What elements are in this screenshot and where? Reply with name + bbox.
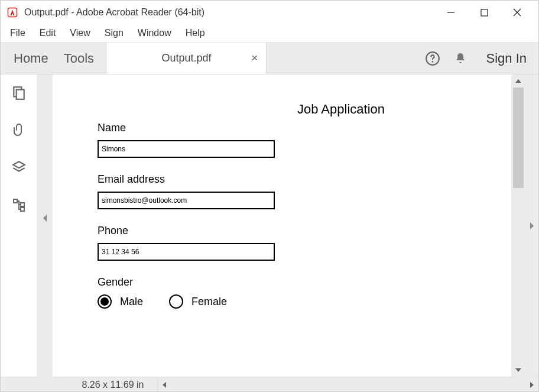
bell-icon[interactable]	[453, 51, 467, 66]
page-dimensions: 8.26 x 11.69 in	[69, 377, 157, 392]
thumbnails-icon[interactable]	[11, 85, 27, 103]
window-title: Output.pdf - Adobe Acrobat Reader (64-bi…	[24, 7, 204, 18]
email-input[interactable]	[98, 192, 275, 209]
tab-tools[interactable]: Tools	[64, 51, 94, 66]
gender-label: Gender	[98, 276, 478, 289]
hscroll-right-icon[interactable]	[525, 377, 538, 392]
menu-window[interactable]: Window	[133, 27, 176, 40]
svg-rect-10	[21, 203, 24, 206]
collapse-left-handle[interactable]	[37, 74, 53, 361]
doc-title: Job Application	[53, 102, 511, 117]
left-tool-rail	[1, 74, 37, 377]
close-tab-icon[interactable]: ×	[252, 52, 258, 64]
window-controls	[434, 1, 534, 24]
menu-sign[interactable]: Sign	[100, 27, 128, 40]
tab-document[interactable]: Output.pdf ×	[107, 43, 267, 74]
model-tree-icon[interactable]	[12, 197, 26, 214]
tab-document-label: Output.pdf	[162, 52, 212, 64]
svg-rect-9	[14, 199, 17, 203]
collapse-right-handle[interactable]	[525, 74, 538, 377]
maximize-button[interactable]	[467, 1, 501, 24]
svg-rect-8	[16, 90, 24, 99]
phone-label: Phone	[98, 225, 478, 237]
scroll-up-icon[interactable]	[511, 74, 525, 88]
status-bar: 8.26 x 11.69 in	[1, 377, 538, 392]
vertical-scrollbar[interactable]	[511, 74, 525, 377]
svg-rect-2	[481, 9, 488, 16]
menu-view[interactable]: View	[65, 27, 95, 40]
phone-input[interactable]	[98, 243, 275, 261]
sign-in-button[interactable]: Sign In	[486, 51, 527, 66]
menu-file[interactable]: File	[5, 27, 30, 40]
menu-bar: File Edit View Sign Window Help	[1, 24, 538, 42]
minimize-button[interactable]	[434, 1, 467, 24]
main-area: Job Application Name Email address Phone…	[1, 74, 538, 377]
radio-female[interactable]	[169, 294, 183, 309]
app-icon	[7, 7, 18, 18]
radio-male[interactable]	[98, 294, 112, 309]
radio-male-label: Male	[120, 296, 143, 308]
svg-rect-11	[21, 208, 24, 211]
close-button[interactable]	[501, 1, 534, 24]
horizontal-scrollbar[interactable]	[157, 377, 538, 392]
name-label: Name	[98, 122, 478, 134]
scroll-thumb[interactable]	[513, 88, 524, 188]
radio-female-label: Female	[191, 296, 227, 308]
menu-help[interactable]: Help	[181, 27, 210, 40]
pdf-page: Job Application Name Email address Phone…	[53, 74, 511, 377]
scroll-down-icon[interactable]	[511, 364, 525, 377]
tab-home[interactable]: Home	[14, 51, 48, 66]
email-label: Email address	[98, 173, 478, 186]
tab-strip: Home Tools Output.pdf × Sign In	[1, 42, 538, 74]
attachment-icon[interactable]	[12, 123, 26, 140]
hscroll-left-icon[interactable]	[158, 377, 171, 392]
help-icon[interactable]	[425, 51, 440, 66]
layers-icon[interactable]	[11, 160, 27, 177]
title-bar: Output.pdf - Adobe Acrobat Reader (64-bi…	[1, 1, 538, 24]
svg-point-6	[431, 61, 433, 63]
menu-edit[interactable]: Edit	[35, 27, 61, 40]
name-input[interactable]	[98, 140, 275, 158]
